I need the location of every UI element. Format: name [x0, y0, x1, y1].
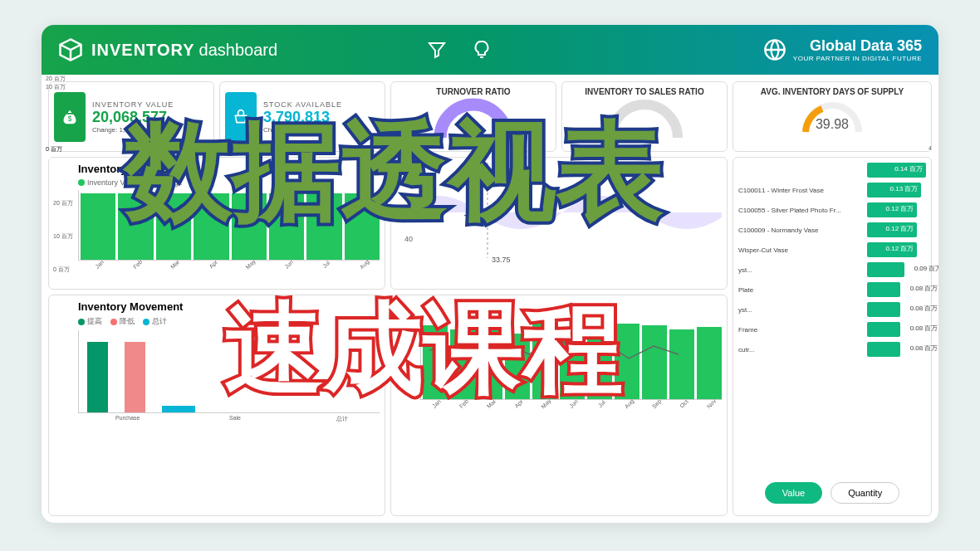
svg-text:$: $: [68, 115, 72, 123]
legend-item: 提高: [87, 316, 102, 327]
hbar-label: Wisper-Cut Vase: [738, 246, 863, 254]
money-bag-icon: $: [54, 92, 86, 142]
x-axis: PurchaseSale总计: [78, 415, 380, 423]
hbar-label: C100055 - Silver Plated Photo Fr...: [738, 207, 863, 214]
chart-title: Inventory Value O: [78, 163, 380, 175]
hbar-label: C100009 - Normandy Vase: [738, 227, 863, 234]
bulb-icon[interactable]: [472, 40, 492, 60]
kpi-turnover: TURNOVER RATIO: [390, 81, 556, 152]
kpi-change: Change: 1,076,296: [92, 126, 174, 134]
bar-chart: [420, 317, 722, 400]
y-tick: 20 百万: [46, 75, 66, 83]
hbar-row: cutr...0.08 百万: [738, 342, 926, 357]
hbar-row: yst...0.09 百万: [738, 262, 926, 277]
hbar-label: Frame: [738, 326, 863, 334]
gauge-value: 39.98: [799, 117, 865, 132]
legend: 提高 降低 总计: [78, 316, 380, 327]
y-tick: 10 百万: [53, 232, 73, 241]
chart-inventory-over-time: Inventory Value O Inventory Value Change…: [48, 157, 385, 290]
hbar-row: Frame0.08 百万: [738, 322, 926, 337]
kpi-value: 20,068,577: [92, 109, 174, 126]
y-tick: 0 百万: [46, 145, 62, 154]
filter-icon[interactable]: [427, 40, 447, 60]
brand-title: Global Data 365: [793, 37, 922, 55]
dashboard-panel: INVENTORY dashboard Global Data 365 YOUR…: [42, 25, 938, 523]
x-axis: JanFebMarAprMayJunJulAug: [78, 262, 380, 268]
chart-turnover-line: 40 33.75: [390, 157, 728, 290]
kpi-inventory-value: $ INVENTORY VALUE 20,068,577 Change: 1,0…: [48, 81, 214, 152]
kpi-days-supply: AVG. INVENTORY DAYS OF SUPPLY 39.98: [733, 81, 932, 152]
kpi-label: STOCK AVAILABLE: [263, 100, 342, 109]
toggle-value[interactable]: Value: [765, 482, 822, 504]
toggle-quantity[interactable]: Quantity: [831, 482, 899, 504]
chart-top-products: 0.14 百万C100011 - Winter Frost Vase0.13 百…: [733, 157, 932, 516]
content: $ INVENTORY VALUE 20,068,577 Change: 1,0…: [42, 75, 938, 523]
kpi-stock-available: STOCK AVAILABLE 3,790,813 Change:: [219, 81, 385, 152]
bar-chart: [78, 330, 380, 413]
hbar-value: 0.12 百万: [886, 204, 914, 213]
legend-item: Inventory Value: [87, 178, 139, 187]
hbar-label: yst...: [738, 266, 863, 274]
callout: 33.75: [492, 256, 511, 264]
chart-title: Inventory Movement: [78, 300, 380, 313]
hbar-row: Wisper-Cut Vase0.12 百万: [738, 242, 926, 257]
hbar-row: C100011 - Winter Frost Vase0.13 百万: [738, 183, 926, 197]
kpi-label: INVENTORY VALUE: [92, 100, 174, 109]
hbar-row: C100009 - Normandy Vase0.12 百万: [738, 222, 926, 237]
hbar-value: 0.08 百万: [910, 324, 938, 333]
chart-inventory-movement: Inventory Movement 提高 降低 总计 10 百万 0 百万 P…: [48, 295, 385, 516]
hbar-value: 0.13 百万: [890, 184, 919, 193]
y-tick: 10 百万: [46, 83, 66, 91]
box-icon: [58, 37, 83, 62]
hbar-value: 0.12 百万: [886, 244, 914, 253]
toggle-group: Value Quantity: [738, 475, 926, 510]
line-overlay: [421, 317, 722, 399]
hbar-value: 0.14 百万: [894, 164, 923, 173]
line-chart: 40 33.75: [396, 163, 722, 271]
hbar-value: 0.12 百万: [886, 224, 914, 233]
hbar-label: Plate: [738, 286, 863, 294]
hbar-row: C100055 - Silver Plated Photo Fr...0.12 …: [738, 202, 926, 217]
chart-combo: 20 百万 0 百万 4 JanFebMarAprMayJunJulAugSep…: [390, 295, 728, 516]
hbar-value: 0.09 百万: [914, 264, 938, 273]
legend-item: Change: [156, 178, 183, 187]
hbar-label: yst...: [738, 306, 863, 314]
basket-icon: [225, 92, 257, 142]
y-tick: 0 百万: [53, 266, 70, 274]
globe-icon: [763, 38, 786, 61]
kpi-label: INVENTORY TO SALES RATIO: [585, 87, 703, 96]
hbar-value: 0.08 百万: [910, 344, 938, 353]
hbar-label: C100011 - Winter Frost Vase: [738, 187, 863, 194]
brand-sub: YOUR PARTNER IN DIGITAL FUTURE: [793, 55, 922, 62]
y-tick: 40: [404, 235, 413, 243]
gauge-chart: [432, 96, 515, 142]
header: INVENTORY dashboard Global Data 365 YOUR…: [42, 25, 938, 75]
bar-chart: [78, 190, 380, 261]
x-axis: JanFebMarAprMayJunJulAugSepOctNov: [420, 402, 722, 407]
kpi-label: TURNOVER RATIO: [436, 87, 510, 96]
hbar-value: 0.08 百万: [910, 304, 938, 313]
y-tick: 20 百万: [53, 199, 73, 207]
y-tick-right: 4: [929, 145, 932, 151]
title-light: dashboard: [199, 41, 278, 60]
gauge-chart: [603, 96, 686, 142]
brand: Global Data 365 YOUR PARTNER IN DIGITAL …: [763, 37, 922, 62]
hbar-row: Plate0.08 百万: [738, 282, 926, 297]
hbar-value: 0.08 百万: [910, 284, 938, 293]
hbar-list: 0.14 百万C100011 - Winter Frost Vase0.13 百…: [738, 163, 926, 362]
legend: Inventory Value Change: [78, 178, 380, 187]
kpi-value: 3,790,813: [263, 109, 342, 126]
hbar-row: yst...0.08 百万: [738, 302, 926, 317]
kpi-label: AVG. INVENTORY DAYS OF SUPPLY: [761, 87, 904, 96]
legend-item: 总计: [152, 316, 167, 327]
legend-item: 降低: [120, 316, 135, 327]
hbar-label: cutr...: [738, 346, 863, 354]
title-bold: INVENTORY: [91, 41, 195, 60]
hbar-row: 0.14 百万: [738, 163, 926, 178]
kpi-change: Change:: [263, 126, 342, 134]
kpi-sales-ratio: INVENTORY TO SALES RATIO: [561, 81, 728, 152]
